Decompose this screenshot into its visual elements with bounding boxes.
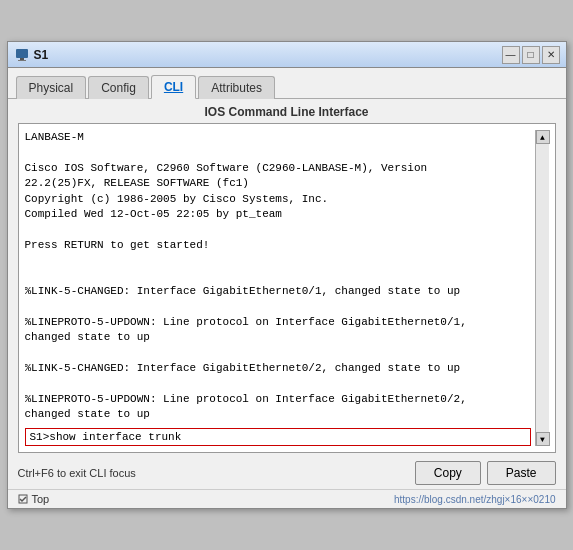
footer-left: Top <box>18 493 50 505</box>
tab-config[interactable]: Config <box>88 76 149 99</box>
copy-button[interactable]: Copy <box>415 461 481 485</box>
terminal-text: LANBASE-M Cisco IOS Software, C2960 Soft… <box>25 131 467 420</box>
paste-button[interactable]: Paste <box>487 461 556 485</box>
title-bar: S1 — □ ✕ <box>8 42 566 68</box>
scroll-down-button[interactable]: ▼ <box>536 432 550 446</box>
footer-link: https://blog.csdn.net/zhgj×16××0210 <box>394 494 556 505</box>
content-area: LANBASE-M Cisco IOS Software, C2960 Soft… <box>8 123 566 457</box>
scroll-up-button[interactable]: ▲ <box>536 130 550 144</box>
scroll-track <box>536 144 549 432</box>
minimize-button[interactable]: — <box>502 46 520 64</box>
title-buttons: — □ ✕ <box>502 46 560 64</box>
svg-rect-1 <box>20 58 24 60</box>
svg-rect-2 <box>18 60 26 61</box>
scrollbar[interactable]: ▲ ▼ <box>535 130 549 446</box>
checkbox-icon <box>18 494 28 504</box>
svg-rect-0 <box>16 49 28 58</box>
tab-cli[interactable]: CLI <box>151 75 196 99</box>
footer: Top https://blog.csdn.net/zhgj×16××0210 <box>8 489 566 508</box>
window-title: S1 <box>34 48 49 62</box>
tab-physical[interactable]: Physical <box>16 76 87 99</box>
maximize-button[interactable]: □ <box>522 46 540 64</box>
button-group: Copy Paste <box>415 461 556 485</box>
terminal-main: LANBASE-M Cisco IOS Software, C2960 Soft… <box>25 130 535 446</box>
bottom-bar: Ctrl+F6 to exit CLI focus Copy Paste <box>8 457 566 489</box>
computer-icon <box>14 47 30 63</box>
title-bar-left: S1 <box>14 47 49 63</box>
tab-attributes[interactable]: Attributes <box>198 76 275 99</box>
section-title: IOS Command Line Interface <box>8 99 566 123</box>
command-text: S1>show interface trunk <box>30 431 182 443</box>
terminal[interactable]: LANBASE-M Cisco IOS Software, C2960 Soft… <box>18 123 556 453</box>
tab-bar: Physical Config CLI Attributes <box>8 68 566 99</box>
close-button[interactable]: ✕ <box>542 46 560 64</box>
hint-text: Ctrl+F6 to exit CLI focus <box>18 467 136 479</box>
main-window: S1 — □ ✕ Physical Config CLI Attributes … <box>7 41 567 509</box>
command-box: S1>show interface trunk <box>25 428 531 446</box>
footer-top-label: Top <box>32 493 50 505</box>
